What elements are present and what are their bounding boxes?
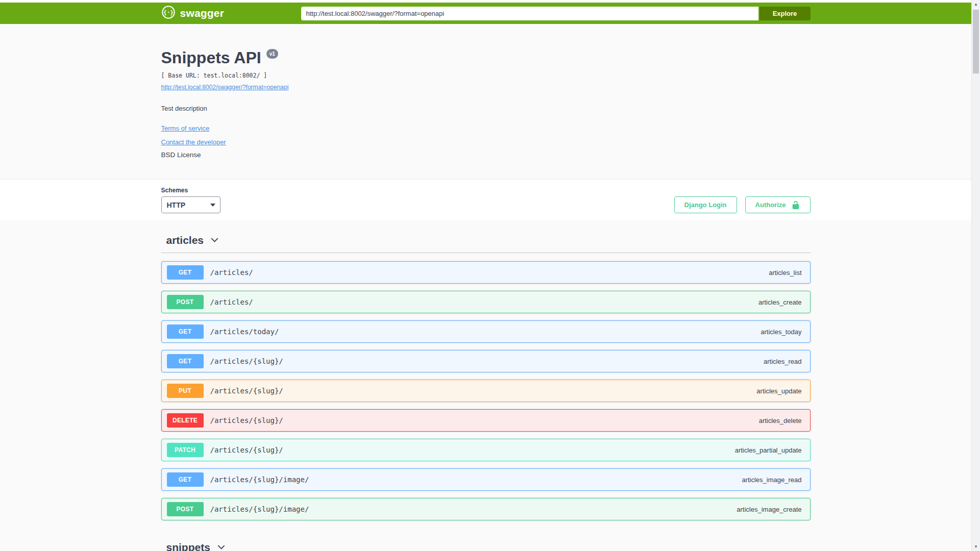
api-description: Test description (161, 105, 811, 112)
operation-id: articles_read (764, 358, 804, 365)
method-badge: GET (167, 472, 204, 487)
schemes-label: Schemes (161, 187, 220, 194)
operation-path: /articles/{slug}/ (210, 446, 283, 454)
schemes-select[interactable]: HTTP (161, 196, 220, 213)
scroll-down-icon: ▼ (974, 544, 978, 549)
operation-path: /articles/{slug}/ (210, 387, 283, 395)
method-badge: GET (167, 265, 204, 280)
api-title-text: Snippets API (161, 48, 261, 67)
operation-id: articles_partial_update (735, 446, 805, 454)
scrollbar[interactable]: ▲ ▼ (971, 0, 980, 551)
operation-row[interactable]: PUT /articles/{slug}/ articles_update (161, 380, 811, 402)
license-text: BSD License (161, 151, 811, 159)
explore-button[interactable]: Explore (760, 7, 811, 20)
operation-id: articles_list (769, 269, 804, 277)
tag-header[interactable]: articles (161, 228, 811, 253)
scroll-down-button[interactable]: ▼ (972, 542, 980, 551)
operation-row[interactable]: GET /articles/{slug}/ articles_read (161, 350, 811, 372)
authorize-button[interactable]: Authorize (745, 196, 811, 213)
tag-section: articles GET /articles/ articles_list PO… (161, 228, 811, 535)
scroll-up-button[interactable]: ▲ (972, 0, 980, 9)
swagger-page: {·} swagger Explore Snippets API v1 [ Ba… (0, 0, 971, 551)
base-url: [ Base URL: test.local:8002/ ] (161, 72, 811, 79)
section-title: articles (166, 233, 204, 247)
swagger-logo-text: swagger (180, 7, 225, 19)
topbar: {·} swagger Explore (0, 3, 971, 24)
scheme-section: Schemes HTTP Django Login Authorize (0, 179, 971, 220)
operation-id: articles_image_create (737, 506, 804, 513)
operations-sections: articles GET /articles/ articles_list PO… (161, 228, 811, 551)
operation-row[interactable]: GET /articles/today/ articles_today (161, 320, 811, 343)
operations-list: GET /articles/ articles_list POST /artic… (161, 253, 811, 535)
spec-url-form: Explore (301, 7, 811, 20)
page-title: Snippets API v1 (161, 48, 811, 67)
authorize-button-label: Authorize (755, 201, 786, 209)
operation-path: /articles/{slug}/image/ (210, 505, 309, 513)
django-login-button[interactable]: Django Login (674, 196, 737, 213)
method-badge: PATCH (167, 443, 204, 457)
swagger-logo-icon: {·} (161, 5, 176, 21)
contact-developer-link[interactable]: Contact the developer (161, 138, 226, 146)
terms-of-service-link[interactable]: Terms of service (161, 124, 210, 132)
spec-url-input[interactable] (301, 7, 758, 20)
scrollbar-thumb[interactable] (973, 10, 979, 73)
swagger-logo[interactable]: {·} swagger (161, 5, 225, 21)
tag-header[interactable]: snippets (161, 535, 811, 551)
operation-id: articles_update (756, 387, 804, 395)
operations-area: articles GET /articles/ articles_list PO… (0, 220, 971, 551)
operation-row[interactable]: GET /articles/{slug}/image/ articles_ima… (161, 468, 811, 491)
schemes-group: Schemes HTTP (161, 187, 220, 213)
operation-row[interactable]: DELETE /articles/{slug}/ articles_delete (161, 409, 811, 432)
operation-row[interactable]: POST /articles/ articles_create (161, 291, 811, 313)
operation-id: articles_image_read (742, 476, 804, 484)
spec-link[interactable]: http://test.local:8002/swagger/?format=o… (161, 84, 289, 91)
chevron-down-icon[interactable] (210, 235, 219, 245)
method-badge: PUT (167, 384, 204, 398)
operation-row[interactable]: POST /articles/{slug}/image/ articles_im… (161, 498, 811, 520)
operation-row[interactable]: PATCH /articles/{slug}/ articles_partial… (161, 439, 811, 461)
chevron-down-icon[interactable] (216, 542, 226, 551)
method-badge: GET (167, 354, 204, 368)
operation-id: articles_today (761, 328, 804, 336)
method-badge: DELETE (167, 413, 204, 428)
scroll-up-icon: ▲ (974, 2, 978, 7)
method-badge: POST (167, 295, 204, 309)
operation-path: /articles/ (210, 268, 253, 277)
info-section: Snippets API v1 [ Base URL: test.local:8… (0, 24, 971, 179)
operation-path: /articles/{slug}/ (210, 357, 283, 365)
method-badge: GET (167, 324, 204, 339)
operation-path: /articles/ (210, 298, 253, 306)
operation-id: articles_create (758, 298, 805, 306)
svg-text:{·}: {·} (163, 9, 173, 16)
operation-path: /articles/{slug}/image/ (210, 475, 309, 484)
version-badge: v1 (266, 49, 278, 59)
operation-id: articles_delete (759, 417, 805, 424)
operation-path: /articles/today/ (210, 328, 279, 336)
operation-row[interactable]: GET /articles/ articles_list (161, 261, 811, 284)
operation-path: /articles/{slug}/ (210, 416, 283, 424)
method-badge: POST (167, 502, 204, 516)
unlock-icon (791, 201, 800, 210)
auth-wrapper: Django Login Authorize (674, 196, 811, 213)
tag-section: snippets GET /snippets/ snippets_list (161, 535, 811, 551)
section-title: snippets (166, 540, 210, 551)
